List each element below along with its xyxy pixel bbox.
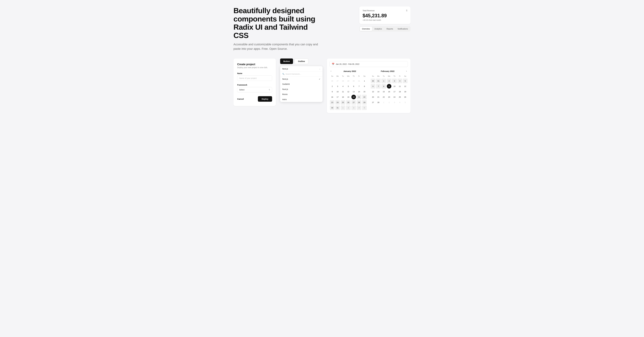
calendar-day[interactable]: 5 — [403, 100, 408, 105]
calendar-day-cell: 8 — [362, 84, 367, 89]
dropdown-item-sveltekit[interactable]: SvelteKit — [280, 82, 322, 87]
cancel-button[interactable]: Cancel — [237, 98, 244, 100]
calendar-day[interactable]: 18 — [398, 89, 402, 94]
calendar-day[interactable]: 6 — [371, 84, 375, 88]
calendar-day[interactable]: 28 — [341, 78, 345, 83]
tab-analytics[interactable]: Analytics — [372, 27, 384, 31]
calendar-day[interactable]: 5 — [346, 84, 350, 88]
dropdown-item-remix[interactable]: Remix — [280, 92, 322, 97]
calendar-day[interactable]: 15 — [362, 89, 367, 94]
day-mo: Mo — [335, 75, 340, 78]
calendar-day[interactable]: 8 — [382, 84, 386, 88]
calendar-day[interactable]: 21 — [357, 95, 361, 99]
calendar-day[interactable]: 26 — [346, 100, 350, 105]
calendar-day[interactable]: 24 — [392, 95, 397, 99]
calendar-day[interactable]: 4 — [398, 78, 402, 83]
dropdown-item-nextjs[interactable]: Next.js ✓ — [280, 76, 322, 82]
calendar-day[interactable]: 13 — [371, 89, 375, 94]
calendar-day[interactable]: 22 — [382, 95, 386, 99]
calendar-day[interactable]: 17 — [392, 89, 397, 94]
calendar-day[interactable]: 25 — [341, 100, 345, 105]
calendar-day[interactable]: 23 — [330, 100, 334, 105]
calendar-day[interactable]: 3 — [352, 106, 356, 110]
calendar-day[interactable]: 20 — [352, 95, 356, 99]
calendar-day[interactable]: 7 — [357, 84, 361, 88]
calendar-day[interactable]: 13 — [352, 89, 356, 94]
calendar-day[interactable]: 2 — [346, 106, 350, 110]
calendar-day[interactable]: 26 — [330, 78, 334, 83]
calendar-day[interactable]: 29 — [362, 100, 367, 105]
calendar-day[interactable]: 10 — [392, 84, 397, 88]
calendar-day[interactable]: 5 — [403, 78, 408, 83]
calendar-day[interactable]: 29 — [346, 78, 350, 83]
calendar-day[interactable]: 11 — [398, 84, 402, 88]
date-range-input[interactable]: 📅 Jan 20, 2022 - Feb 09, 2022 — [330, 61, 408, 67]
calendar-day[interactable]: 19 — [403, 89, 408, 94]
calendar-day[interactable]: 12 — [403, 84, 408, 88]
calendar-day[interactable]: 22 — [362, 95, 367, 99]
calendar-day[interactable]: 30 — [330, 106, 334, 110]
calendar-day[interactable]: 24 — [335, 100, 340, 105]
framework-select[interactable]: Select ⇅ — [237, 87, 272, 92]
outline-button[interactable]: Outline — [295, 58, 308, 64]
prev-month-button[interactable]: ‹ — [330, 69, 332, 73]
framework-search-input[interactable] — [286, 73, 320, 75]
calendar-day[interactable]: 31 — [357, 78, 361, 83]
calendar-day[interactable]: 30 — [352, 78, 356, 83]
dropdown-item-astro[interactable]: Astro — [280, 97, 322, 102]
calendar-day[interactable]: 1 — [382, 78, 386, 83]
calendar-day[interactable]: 28 — [376, 100, 381, 105]
next-month-button[interactable]: › — [405, 69, 408, 73]
calendar-day[interactable]: 31 — [376, 78, 381, 83]
dropdown-trigger[interactable]: Next.js ⌄ — [280, 66, 322, 72]
calendar-day[interactable]: 16 — [330, 95, 334, 99]
calendar-day[interactable]: 3 — [335, 84, 340, 88]
calendar-day[interactable]: 10 — [335, 89, 340, 94]
calendar-day[interactable]: 17 — [335, 95, 340, 99]
calendar-day[interactable]: 27 — [371, 100, 375, 105]
calendar-day[interactable]: 20 — [371, 95, 375, 99]
calendar-day[interactable]: 23 — [387, 95, 391, 99]
calendar-day[interactable]: 8 — [362, 84, 367, 88]
calendar-day[interactable]: 1 — [341, 106, 345, 110]
calendar-day[interactable]: 7 — [376, 84, 381, 88]
calendar-day[interactable]: 16 — [387, 89, 391, 94]
calendar-day[interactable]: 5 — [362, 106, 367, 110]
calendar-day[interactable]: 9 — [387, 84, 391, 88]
calendar-day[interactable]: 2 — [387, 100, 391, 105]
calendar-day[interactable]: 4 — [357, 106, 361, 110]
calendar-day[interactable]: 1 — [382, 100, 386, 105]
calendar-day[interactable]: 9 — [330, 89, 334, 94]
tab-reports[interactable]: Reports — [384, 27, 395, 31]
calendar-day[interactable]: 21 — [376, 95, 381, 99]
calendar-day[interactable]: 18 — [341, 95, 345, 99]
filled-button[interactable]: Button — [280, 58, 293, 64]
dropdown-item-label: Nuxt.js — [282, 88, 288, 90]
dropdown-item-nuxtjs[interactable]: Nuxt.js — [280, 87, 322, 92]
calendar-day[interactable]: 25 — [398, 95, 402, 99]
calendar-day[interactable]: 15 — [382, 89, 386, 94]
calendar-day[interactable]: 31 — [335, 106, 340, 110]
calendar-day[interactable]: 19 — [346, 95, 350, 99]
calendar-day[interactable]: 2 — [330, 84, 334, 88]
calendar-day[interactable]: 26 — [403, 95, 408, 99]
calendar-day[interactable]: 3 — [392, 78, 397, 83]
calendar-day[interactable]: 1 — [362, 78, 367, 83]
calendar-day[interactable]: 27 — [335, 78, 340, 83]
calendar-day[interactable]: 3 — [392, 100, 397, 105]
calendar-day[interactable]: 11 — [341, 89, 345, 94]
calendar-day[interactable]: 30 — [371, 78, 375, 83]
calendar-day[interactable]: 2 — [387, 78, 391, 83]
tab-notifications[interactable]: Notifications — [396, 27, 410, 31]
calendar-day[interactable]: 4 — [398, 100, 402, 105]
calendar-day[interactable]: 27 — [352, 100, 356, 105]
deploy-button[interactable]: Deploy — [258, 96, 272, 102]
calendar-day[interactable]: 14 — [357, 89, 361, 94]
tab-overview[interactable]: Overview — [360, 27, 372, 31]
calendar-day[interactable]: 6 — [352, 84, 356, 88]
calendar-day[interactable]: 12 — [346, 89, 350, 94]
calendar-day[interactable]: 14 — [376, 89, 381, 94]
calendar-day[interactable]: 4 — [341, 84, 345, 88]
name-input[interactable] — [237, 76, 272, 81]
calendar-day[interactable]: 28 — [357, 100, 361, 105]
